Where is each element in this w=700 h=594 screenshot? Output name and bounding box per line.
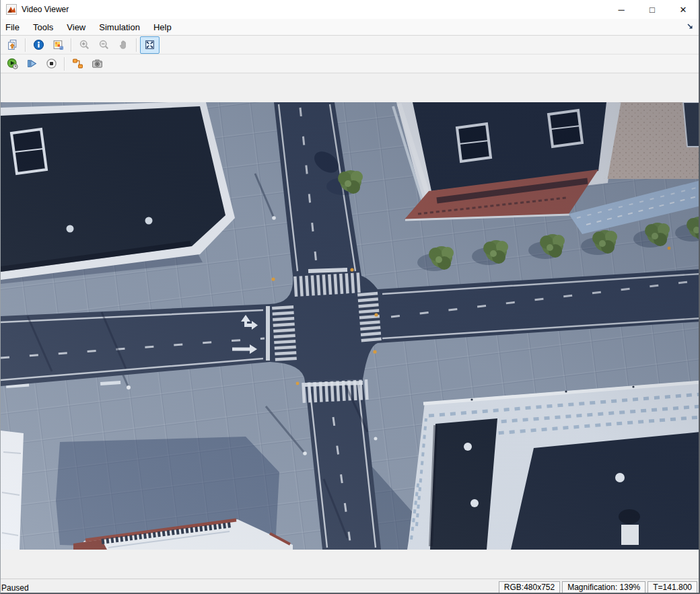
video-info-button[interactable]	[29, 36, 48, 54]
toolbar-separator	[71, 38, 72, 52]
snapshot-button[interactable]	[88, 55, 107, 73]
maximize-button[interactable]: □	[637, 0, 668, 19]
video-frame	[1, 102, 700, 550]
playback-toolbar	[1, 54, 699, 73]
menu-tools[interactable]: Tools	[26, 19, 60, 35]
zoom-in-button[interactable]	[75, 36, 94, 54]
simulation-state: Paused	[0, 583, 499, 593]
app-icon	[6, 4, 17, 15]
magnification-field[interactable]: Magnification: 139%	[562, 581, 645, 594]
info-icon	[33, 39, 44, 50]
statusbar: Paused RGB:480x752 Magnification: 139% T…	[1, 579, 699, 594]
toolbar-separator	[25, 38, 26, 52]
step-forward-button[interactable]	[22, 55, 42, 73]
menubar: File Tools View Simulation Help	[1, 19, 699, 36]
toolbar-separator	[64, 57, 65, 71]
figure-background	[1, 73, 699, 579]
highlight-simulink-block-icon	[72, 58, 83, 69]
step-forward-icon	[26, 58, 38, 69]
window-title: Video Viewer	[22, 5, 606, 14]
lighting-overlay	[1, 102, 700, 550]
video-viewer-window: Video Viewer ─ □ ✕ File Tools View Simul…	[0, 0, 700, 594]
zoom-out-icon	[98, 39, 110, 50]
stop-button[interactable]	[42, 55, 61, 73]
pixel-region-icon	[53, 39, 64, 50]
titlebar: Video Viewer ─ □ ✕	[1, 0, 699, 19]
pixel-region-button[interactable]	[48, 36, 68, 54]
stop-icon	[46, 58, 57, 69]
dock-icon[interactable]	[686, 22, 695, 31]
continue-icon	[7, 58, 18, 69]
minimize-button[interactable]: ─	[606, 0, 637, 19]
menu-help[interactable]: Help	[147, 19, 178, 35]
zoom-out-button[interactable]	[94, 36, 114, 54]
maintain-fit-button[interactable]	[140, 36, 160, 54]
sim-time-field: T=141.800	[648, 581, 697, 594]
highlight-simulink-block-button[interactable]	[68, 55, 88, 73]
maintain-fit-icon	[144, 39, 155, 50]
menu-file[interactable]: File	[1, 19, 26, 35]
pan-icon	[118, 39, 129, 50]
pan-button[interactable]	[114, 36, 133, 54]
rgb-size-field: RGB:480x752	[499, 581, 560, 594]
main-toolbar	[1, 36, 699, 54]
close-button[interactable]: ✕	[668, 0, 699, 19]
toolbar-separator	[136, 38, 137, 52]
zoom-in-icon	[79, 39, 90, 50]
continue-button[interactable]	[3, 55, 22, 73]
menu-simulation[interactable]: Simulation	[92, 19, 147, 35]
menu-view[interactable]: View	[60, 19, 92, 35]
export-image-button[interactable]	[3, 36, 22, 54]
snapshot-camera-icon	[92, 58, 103, 69]
export-image-icon	[7, 39, 18, 50]
